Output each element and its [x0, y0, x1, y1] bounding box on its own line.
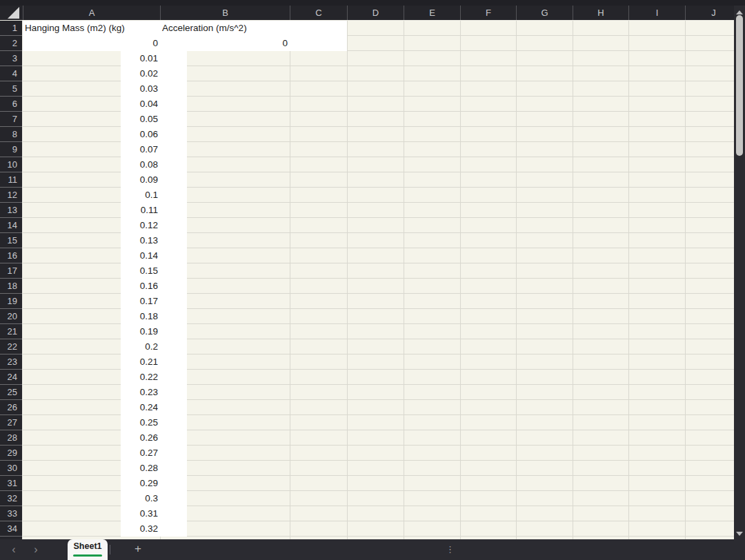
- column-gridline: [404, 21, 404, 539]
- cell-A13[interactable]: 0.11: [23, 203, 158, 218]
- add-sheet-button[interactable]: +: [131, 539, 145, 560]
- cell-A1[interactable]: Hanging Mass (m2) (kg): [25, 21, 125, 36]
- cell-A21[interactable]: 0.19: [23, 324, 158, 339]
- row-header-22[interactable]: 22: [0, 339, 22, 354]
- cell-B1[interactable]: Acceleration (m/s^2): [162, 21, 247, 36]
- row-header-21[interactable]: 21: [0, 324, 22, 339]
- scroll-up-icon[interactable]: [736, 10, 743, 14]
- row-header-5[interactable]: 5: [0, 81, 22, 97]
- cell-A20[interactable]: 0.18: [23, 309, 158, 324]
- row-header-26[interactable]: 26: [0, 400, 22, 415]
- cell-A7[interactable]: 0.05: [23, 112, 158, 127]
- cell-A5[interactable]: 0.03: [23, 81, 158, 97]
- cell-A32[interactable]: 0.3: [23, 491, 158, 506]
- cell-A10[interactable]: 0.08: [23, 157, 158, 172]
- row-header-12[interactable]: 12: [0, 188, 22, 203]
- scrollbar-drag-handle[interactable]: ⋮: [446, 539, 455, 560]
- row-header-8[interactable]: 8: [0, 127, 22, 142]
- column-gridline: [347, 21, 348, 539]
- row-header-33[interactable]: 33: [0, 506, 22, 521]
- row-header-4[interactable]: 4: [0, 66, 22, 81]
- row-header-24[interactable]: 24: [0, 370, 22, 385]
- row-header-3[interactable]: 3: [0, 51, 22, 66]
- column-gridline: [628, 21, 629, 539]
- column-header-B[interactable]: B: [160, 6, 290, 20]
- prev-sheet-button[interactable]: ‹: [8, 539, 20, 560]
- cell-A33[interactable]: 0.31: [23, 506, 158, 521]
- cell-A8[interactable]: 0.06: [23, 127, 158, 142]
- row-header-17[interactable]: 17: [0, 263, 22, 279]
- column-header-A[interactable]: A: [23, 6, 160, 20]
- row-header-23[interactable]: 23: [0, 354, 22, 370]
- column-header-G[interactable]: G: [516, 6, 573, 20]
- row-header-1[interactable]: 1: [0, 21, 22, 36]
- column-header-E[interactable]: E: [404, 6, 460, 20]
- row-header-7[interactable]: 7: [0, 112, 22, 127]
- cell-A16[interactable]: 0.14: [23, 248, 158, 263]
- vertical-scrollbar[interactable]: [734, 6, 745, 539]
- row-header-15[interactable]: 15: [0, 233, 22, 248]
- cell-A24[interactable]: 0.22: [23, 370, 158, 385]
- row-header-31[interactable]: 31: [0, 476, 22, 491]
- row-header-11[interactable]: 11: [0, 172, 22, 188]
- column-header-I[interactable]: I: [628, 6, 685, 20]
- top-strip: [0, 0, 745, 6]
- cell-A19[interactable]: 0.17: [23, 294, 158, 309]
- row-header-29[interactable]: 29: [0, 446, 22, 461]
- row-header-27[interactable]: 27: [0, 415, 22, 430]
- row-header-25[interactable]: 25: [0, 385, 22, 400]
- cell-A18[interactable]: 0.16: [23, 279, 158, 294]
- column-header-row: ABCDEFGHIJ: [0, 6, 734, 21]
- column-gridline: [460, 21, 461, 539]
- row-header-19[interactable]: 19: [0, 294, 22, 309]
- row-header-6[interactable]: 6: [0, 97, 22, 112]
- row-header-9[interactable]: 9: [0, 142, 22, 157]
- cell-A11[interactable]: 0.09: [23, 172, 158, 188]
- cell-grid[interactable]: Hanging Mass (m2) (kg) Acceleration (m/s…: [23, 21, 734, 539]
- column-header-D[interactable]: D: [347, 6, 404, 20]
- row-header-14[interactable]: 14: [0, 218, 22, 233]
- sheet-tab-sheet1[interactable]: Sheet1: [68, 539, 108, 560]
- cell-A22[interactable]: 0.2: [23, 339, 158, 354]
- cell-A26[interactable]: 0.24: [23, 400, 158, 415]
- column-header-F[interactable]: F: [460, 6, 516, 20]
- row-header-34[interactable]: 34: [0, 521, 22, 537]
- row-header-32[interactable]: 32: [0, 491, 22, 506]
- cell-A12[interactable]: 0.1: [23, 188, 158, 203]
- cell-A17[interactable]: 0.15: [23, 263, 158, 279]
- column-gridline: [290, 21, 290, 539]
- row-header-13[interactable]: 13: [0, 203, 22, 218]
- cell-A6[interactable]: 0.04: [23, 97, 158, 112]
- vertical-scroll-thumb[interactable]: [736, 15, 743, 156]
- row-header-10[interactable]: 10: [0, 157, 22, 172]
- cell-A27[interactable]: 0.25: [23, 415, 158, 430]
- cell-A23[interactable]: 0.21: [23, 354, 158, 370]
- scroll-down-icon[interactable]: [736, 532, 743, 536]
- row-header-20[interactable]: 20: [0, 309, 22, 324]
- cell-A34[interactable]: 0.32: [23, 521, 158, 537]
- cell-A4[interactable]: 0.02: [23, 66, 158, 81]
- column-gridline: [685, 21, 686, 539]
- cell-A14[interactable]: 0.12: [23, 218, 158, 233]
- cell-B2[interactable]: 0: [160, 36, 288, 51]
- column-header-J[interactable]: J: [685, 6, 734, 20]
- select-all-button[interactable]: [0, 6, 23, 20]
- cell-A30[interactable]: 0.28: [23, 461, 158, 476]
- cell-A31[interactable]: 0.29: [23, 476, 158, 491]
- cell-A25[interactable]: 0.23: [23, 385, 158, 400]
- active-tab-underline: [73, 554, 102, 557]
- row-header-18[interactable]: 18: [0, 279, 22, 294]
- row-header-16[interactable]: 16: [0, 248, 22, 263]
- cell-A3[interactable]: 0.01: [23, 51, 158, 66]
- column-header-C[interactable]: C: [290, 6, 347, 20]
- column-header-H[interactable]: H: [573, 6, 628, 20]
- cell-A29[interactable]: 0.27: [23, 446, 158, 461]
- row-header-30[interactable]: 30: [0, 461, 22, 476]
- cell-A28[interactable]: 0.26: [23, 430, 158, 446]
- row-header-28[interactable]: 28: [0, 430, 22, 446]
- cell-A2[interactable]: 0: [23, 36, 158, 51]
- cell-A15[interactable]: 0.13: [23, 233, 158, 248]
- row-header-2[interactable]: 2: [0, 36, 22, 51]
- cell-A9[interactable]: 0.07: [23, 142, 158, 157]
- next-sheet-button[interactable]: ›: [30, 539, 42, 560]
